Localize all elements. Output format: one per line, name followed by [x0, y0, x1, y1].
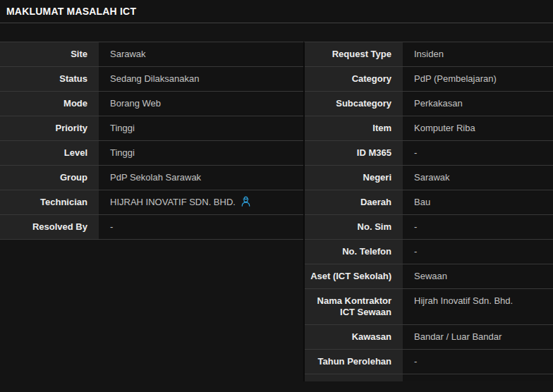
field-label: Group — [0, 166, 99, 190]
field-value-cell: - — [403, 215, 553, 239]
table-row: Priority Tinggi — [0, 116, 303, 141]
field-value-cell: Borang Web — [99, 92, 303, 116]
table-row: Daerah Bau — [305, 190, 553, 215]
field-label: Site — [0, 42, 99, 66]
field-value: - — [414, 147, 417, 159]
table-row: Subcategory Perkakasan — [305, 92, 553, 116]
field-label: Aset (ICT Sekolah) — [305, 264, 403, 288]
field-label: Status — [0, 67, 99, 91]
table-row: Nama Kontraktor ICT Sewaan Hijrah Inovat… — [305, 289, 553, 325]
partial-label-cell — [305, 374, 403, 381]
field-value: - — [110, 221, 113, 233]
field-value: PdP Sekolah Sarawak — [110, 172, 201, 183]
ict-problem-info-panel: MAKLUMAT MASALAH ICT Site Sarawak Status… — [0, 0, 553, 381]
field-label: Technician — [0, 190, 99, 214]
field-value: Bau — [414, 197, 430, 208]
field-value-cell: PdP (Pembelajaran) — [403, 67, 553, 91]
field-label: Negeri — [305, 166, 403, 190]
table-row: Site Sarawak — [0, 42, 303, 67]
field-label: Resolved By — [0, 215, 99, 239]
field-value-cell: Bau — [403, 190, 553, 214]
field-value: Sarawak — [414, 172, 450, 183]
page-title: MAKLUMAT MASALAH ICT — [6, 6, 136, 17]
partial-row — [305, 374, 553, 381]
field-value-cell: Bandar / Luar Bandar — [403, 325, 553, 349]
details-table-right: Request Type Insiden Category PdP (Pembe… — [303, 42, 553, 381]
field-value: Tinggi — [110, 147, 135, 159]
field-value-cell: - — [403, 350, 553, 374]
field-label: No. Telefon — [305, 240, 403, 264]
table-row: Status Sedang Dilaksanakan — [0, 67, 303, 92]
partial-value-cell — [403, 374, 553, 381]
field-value: - — [414, 221, 417, 233]
field-value-cell: - — [403, 240, 553, 264]
table-row: ID M365 - — [305, 141, 553, 166]
field-value: Sarawak — [110, 49, 146, 60]
field-value: Bandar / Luar Bandar — [414, 331, 502, 343]
field-label: Request Type — [305, 42, 403, 66]
table-row: Level Tinggi — [0, 141, 303, 166]
technician-person-icon[interactable] — [241, 196, 251, 207]
field-value-cell: HIJRAH INOVATIF SDN. BHD. — [99, 190, 303, 214]
field-label: Nama Kontraktor ICT Sewaan — [305, 289, 403, 324]
field-value: Borang Web — [110, 98, 161, 109]
field-value: PdP (Pembelajaran) — [414, 73, 497, 85]
table-row: Item Komputer Riba — [305, 116, 553, 141]
table-row: Request Type Insiden — [305, 42, 553, 67]
table-row: Negeri Sarawak — [305, 166, 553, 190]
field-label: Priority — [0, 116, 99, 140]
table-row: Kawasan Bandar / Luar Bandar — [305, 325, 553, 350]
table-row: Category PdP (Pembelajaran) — [305, 67, 553, 92]
field-label: Tahun Perolehan — [305, 350, 403, 374]
field-value: Tinggi — [110, 123, 135, 134]
field-value-cell: Sewaan — [403, 264, 553, 288]
table-row: No. Telefon - — [305, 240, 553, 264]
field-value-cell: Hijrah Inovatif Sdn. Bhd. — [403, 289, 553, 324]
field-label: Kawasan — [305, 325, 403, 349]
field-label: ID M365 — [305, 141, 403, 165]
field-label: Item — [305, 116, 403, 140]
details-tables: Site Sarawak Status Sedang Dilaksanakan … — [0, 42, 553, 381]
details-table-left: Site Sarawak Status Sedang Dilaksanakan … — [0, 42, 303, 240]
field-value-cell: PdP Sekolah Sarawak — [99, 166, 303, 190]
field-value-cell: - — [99, 215, 303, 239]
field-value-cell: Sedang Dilaksanakan — [99, 67, 303, 91]
section-header: MAKLUMAT MASALAH ICT — [0, 0, 553, 23]
field-value-cell: - — [403, 141, 553, 165]
field-value: Perkakasan — [414, 98, 463, 109]
field-value: HIJRAH INOVATIF SDN. BHD. — [110, 197, 236, 208]
field-value: Insiden — [414, 49, 444, 60]
table-row: Mode Borang Web — [0, 92, 303, 116]
table-row: No. Sim - — [305, 215, 553, 240]
table-row: Tahun Perolehan - — [305, 350, 553, 374]
field-label: Subcategory — [305, 92, 403, 116]
field-label: Level — [0, 141, 99, 165]
field-value: Hijrah Inovatif Sdn. Bhd. — [414, 295, 513, 307]
field-value-cell: Sarawak — [99, 42, 303, 66]
field-label: Daerah — [305, 190, 403, 214]
table-row: Technician HIJRAH INOVATIF SDN. BHD. — [0, 190, 303, 215]
field-value-cell: Tinggi — [99, 141, 303, 165]
field-value-cell: Komputer Riba — [403, 116, 553, 140]
table-row: Group PdP Sekolah Sarawak — [0, 166, 303, 190]
field-value: Sedang Dilaksanakan — [110, 73, 199, 85]
field-value-cell: Perkakasan — [403, 92, 553, 116]
field-value: Sewaan — [414, 271, 447, 282]
table-row: Aset (ICT Sekolah) Sewaan — [305, 264, 553, 289]
field-label: Category — [305, 67, 403, 91]
field-value-cell: Sarawak — [403, 166, 553, 190]
field-value: Komputer Riba — [414, 123, 475, 134]
field-label: No. Sim — [305, 215, 403, 239]
table-row: Resolved By - — [0, 215, 303, 240]
field-value: - — [414, 246, 417, 257]
field-label: Mode — [0, 92, 99, 116]
field-value-cell: Tinggi — [99, 116, 303, 140]
field-value-cell: Insiden — [403, 42, 553, 66]
field-value: - — [414, 356, 417, 367]
